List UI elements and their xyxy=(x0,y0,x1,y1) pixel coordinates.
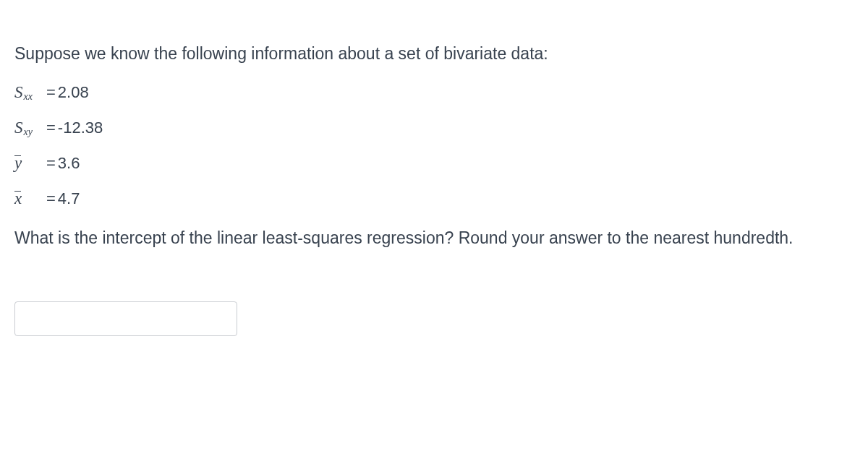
sxy-main: S xyxy=(14,119,23,136)
equation-xbar: x = 4.7 xyxy=(14,190,854,207)
ybar-value: 3.6 xyxy=(58,155,80,171)
ybar-equals: = xyxy=(46,155,56,171)
sxx-main: S xyxy=(14,84,23,100)
equation-sxx: Sxx = 2.08 xyxy=(14,84,854,100)
question-container: Suppose we know the following informatio… xyxy=(0,0,868,351)
sxy-symbol: Sxy xyxy=(14,119,45,136)
equation-ybar: y = 3.6 xyxy=(14,155,854,171)
equation-sxy: Sxy = -12.38 xyxy=(14,119,854,136)
sxy-sub: xy xyxy=(24,127,33,137)
sxx-equals: = xyxy=(46,85,56,100)
xbar-equals: = xyxy=(46,191,56,207)
sxx-value: 2.08 xyxy=(58,85,89,100)
sxy-equals: = xyxy=(46,120,56,136)
ybar-main: y xyxy=(14,155,22,171)
xbar-value: 4.7 xyxy=(58,191,80,207)
sxx-symbol: Sxx xyxy=(14,84,45,100)
sxx-sub: xx xyxy=(24,92,33,102)
sxy-value: -12.38 xyxy=(58,120,103,136)
intro-text: Suppose we know the following informatio… xyxy=(14,42,854,65)
answer-input[interactable] xyxy=(14,301,237,336)
xbar-symbol: x xyxy=(14,190,45,207)
xbar-main: x xyxy=(14,190,22,207)
ybar-symbol: y xyxy=(14,155,45,171)
question-text: What is the intercept of the linear leas… xyxy=(14,226,846,251)
